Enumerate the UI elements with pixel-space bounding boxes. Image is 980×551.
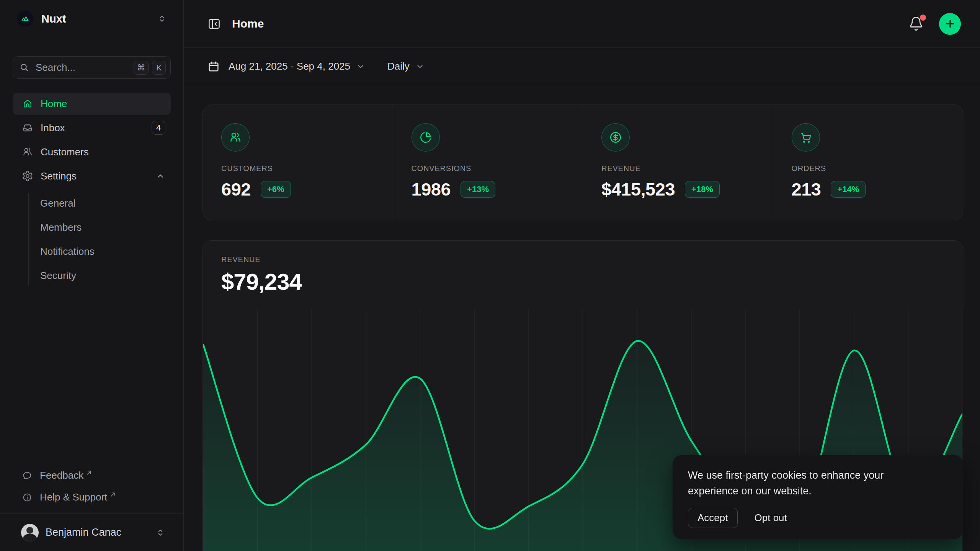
sidebar-item-label: Inbox [41, 122, 65, 134]
stat-value: 692 [221, 179, 251, 200]
sidebar-item-general[interactable]: General [13, 191, 171, 215]
stat-delta-badge: +18% [685, 181, 720, 198]
subnav-label: Members [40, 222, 82, 233]
notifications-button[interactable] [906, 14, 926, 34]
chat-bubble-icon [22, 470, 33, 481]
info-circle-icon [22, 492, 33, 503]
subnav-label: General [40, 197, 76, 209]
stat-conversions[interactable]: CONVERSIONS 1986 +13% [393, 105, 583, 220]
search-shortcut: ⌘ K [134, 61, 166, 75]
search-icon [19, 62, 29, 73]
date-range-picker[interactable]: Aug 21, 2025 - Sep 4, 2025 [207, 60, 366, 73]
workspace-name: Nuxt [41, 13, 66, 25]
chevron-up-down-icon [157, 14, 167, 24]
collapse-sidebar-button[interactable] [207, 17, 221, 31]
chevron-up-icon [155, 171, 165, 181]
sidebar-item-settings[interactable]: Settings [13, 165, 171, 187]
sidebar-item-home[interactable]: Home [13, 93, 171, 115]
sidebar-item-label: Home [41, 98, 67, 110]
revenue-chart-value: $79,234 [221, 269, 963, 295]
stats-card: CUSTOMERS 692 +6% CONVERSIONS 1986 +13% [203, 104, 963, 220]
granularity-value: Daily [387, 60, 410, 72]
chevron-down-icon [356, 62, 366, 72]
user-name: Benjamin Canac [46, 527, 121, 538]
date-range-value: Aug 21, 2025 - Sep 4, 2025 [229, 60, 350, 72]
pie-chart-icon [412, 123, 440, 152]
sidebar-item-customers[interactable]: Customers [13, 141, 171, 163]
gear-icon [22, 170, 33, 182]
feedback-label: Feedback [40, 469, 83, 481]
filters-bar: Aug 21, 2025 - Sep 4, 2025 Daily [184, 48, 980, 85]
stat-label: CUSTOMERS [221, 164, 393, 173]
help-support-label: Help & Support [40, 491, 107, 503]
chevron-down-icon [415, 62, 425, 72]
external-link-icon [109, 491, 116, 498]
revenue-chart-label: REVENUE [221, 255, 963, 264]
subnav-label: Notifications [40, 246, 95, 258]
page-header: Home [184, 0, 980, 48]
stat-value: 213 [792, 179, 821, 200]
search-input[interactable]: Search... ⌘ K [13, 56, 171, 79]
add-button[interactable] [939, 13, 961, 35]
stat-value: 1986 [412, 179, 451, 200]
avatar [21, 524, 39, 541]
cookie-message: We use first-party cookies to enhance yo… [688, 468, 921, 499]
stat-label: CONVERSIONS [412, 164, 583, 173]
inbox-count-badge: 4 [152, 121, 165, 135]
stat-value: $415,523 [601, 179, 675, 200]
stat-label: REVENUE [601, 164, 773, 173]
sidebar-nav: Home Inbox 4 Customers [13, 93, 171, 289]
sidebar-item-notifications[interactable]: Notifications [13, 240, 171, 264]
sidebar-footer: Feedback Help & Support Ben [13, 465, 171, 551]
external-link-icon [86, 469, 92, 476]
workspace-switcher[interactable]: Nuxt [13, 0, 171, 37]
subnav-label: Security [40, 270, 76, 282]
sidebar: Nuxt Search... ⌘ K Home [0, 0, 184, 551]
kbd-meta: ⌘ [134, 61, 149, 75]
cookie-banner: We use first-party cookies to enhance yo… [673, 455, 963, 539]
search-placeholder: Search... [36, 62, 75, 73]
sidebar-item-label: Customers [41, 146, 89, 158]
granularity-select[interactable]: Daily [387, 60, 425, 72]
stat-delta-badge: +6% [261, 181, 291, 198]
home-icon [22, 98, 33, 109]
nuxt-logo-icon [17, 11, 33, 27]
dollar-circle-icon [601, 123, 630, 152]
accept-cookies-button[interactable]: Accept [688, 508, 738, 528]
users-icon [221, 123, 250, 152]
chevron-up-down-icon [155, 528, 165, 538]
notification-dot [920, 15, 926, 21]
user-menu[interactable]: Benjamin Canac [13, 514, 171, 551]
stat-delta-badge: +14% [831, 181, 866, 198]
sidebar-item-security[interactable]: Security [13, 264, 171, 288]
stat-customers[interactable]: CUSTOMERS 692 +6% [203, 105, 393, 220]
sidebar-item-members[interactable]: Members [13, 215, 171, 240]
kbd-k: K [152, 61, 166, 75]
help-support-link[interactable]: Help & Support [13, 486, 171, 508]
calendar-icon [207, 60, 220, 73]
users-icon [22, 146, 33, 158]
sidebar-item-label: Settings [41, 170, 77, 182]
stat-delta-badge: +13% [461, 181, 495, 198]
feedback-link[interactable]: Feedback [13, 465, 171, 486]
opt-out-button[interactable]: Opt out [755, 512, 787, 524]
header-actions [906, 13, 961, 35]
sidebar-item-inbox[interactable]: Inbox 4 [13, 117, 171, 139]
settings-subnav: General Members Notifications Security [13, 189, 171, 289]
stat-orders[interactable]: ORDERS 213 +14% [773, 105, 963, 220]
shopping-cart-icon [792, 123, 820, 152]
stat-label: ORDERS [792, 164, 963, 173]
inbox-icon [22, 122, 33, 134]
page-title: Home [232, 17, 264, 30]
stat-revenue[interactable]: REVENUE $415,523 +18% [583, 105, 773, 220]
